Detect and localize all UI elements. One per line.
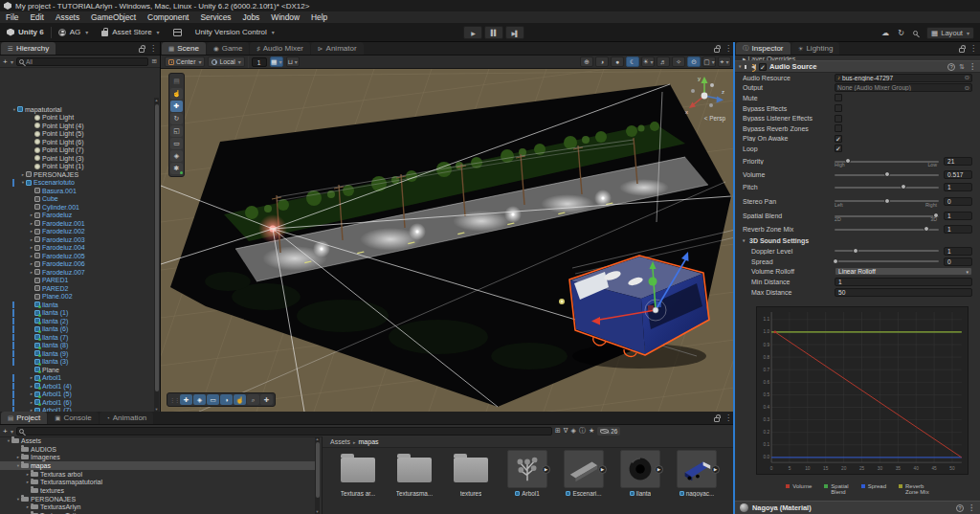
play-button[interactable]: ▶ [463, 26, 482, 39]
hierarchy-item[interactable]: Cube [0, 195, 153, 204]
field-3d-sound-settings[interactable]: ▾3D Sound Settings [735, 235, 980, 246]
tab-audio-mixer[interactable]: ♯Audio Mixer [250, 42, 310, 55]
field-output[interactable]: OutputNone (Audio Mixer Group)⊙ [735, 83, 980, 94]
hierarchy-item[interactable]: ▸Arbol1 (5) [0, 391, 153, 399]
field-pitch[interactable]: Pitch1 [735, 181, 980, 193]
field-stereo-pan[interactable]: Stereo PanLeftRight0 [735, 193, 980, 209]
tree-scrollbar[interactable]: ▲ ▼ [315, 436, 320, 514]
presets-icon[interactable]: ⇅ [959, 63, 965, 71]
asset-folder[interactable]: Texturasma... [393, 450, 435, 497]
field-mute[interactable]: Mute [735, 93, 980, 103]
search-icon[interactable] [913, 31, 918, 35]
hierarchy-item[interactable]: Point Light (5) [0, 130, 153, 139]
hierarchy-scrollbar[interactable]: ▲ ▼ [154, 98, 159, 412]
step-button[interactable]: ▶▌ [505, 26, 524, 39]
menu-services[interactable]: Services [194, 12, 236, 22]
bus-object[interactable] [569, 256, 709, 369]
hierarchy-item[interactable]: Point Light (1) [0, 163, 153, 171]
value-field[interactable]: 1 [944, 247, 972, 256]
field-play-on-awake[interactable]: Play On Awake✓ [735, 134, 980, 145]
asset-model[interactable]: ▶Arbol1 [506, 450, 548, 497]
slider-handle[interactable] [924, 226, 929, 232]
filter-by-label-icon[interactable]: ◈ [570, 427, 575, 435]
favorites-icon[interactable]: ★ [589, 427, 594, 435]
project-tree-item[interactable]: AUDIOS [0, 445, 316, 454]
dropdown[interactable]: Linear Rolloff▾ [835, 267, 972, 276]
hierarchy-item[interactable]: Plane.002 [0, 293, 153, 302]
hierarchy-item[interactable]: ▸Farodeluz.004 [0, 244, 153, 253]
object-picker-icon[interactable]: ⊙ [965, 84, 969, 92]
asset-model[interactable]: ▶Escenari... [563, 450, 605, 497]
hierarchy-item[interactable]: ▸Farodeluz.002 [0, 228, 153, 236]
material-menu-icon[interactable]: ⋮ [968, 504, 975, 512]
slider-handle[interactable] [853, 248, 858, 254]
menu-help[interactable]: Help [305, 12, 333, 22]
audio-source-header[interactable]: ▾ ✓ Audio Source ? ⇅ ⋮ [735, 60, 980, 73]
asset-folder[interactable]: Texturas ar... [337, 450, 379, 497]
tab-inspector[interactable]: ⓘInspector [736, 42, 791, 55]
hierarchy-item[interactable]: llanta [0, 301, 153, 309]
visibility-toggle[interactable]: ⊙ [687, 56, 701, 67]
field-loop[interactable]: Loop✓ [735, 144, 980, 154]
slider-handle[interactable] [884, 198, 890, 204]
text-field[interactable]: 50 [835, 288, 972, 297]
hierarchy-item[interactable]: ▾mapatutorial [0, 105, 153, 114]
checkbox[interactable] [835, 115, 842, 123]
asset-model[interactable]: ▶nagoyac... [676, 450, 718, 497]
perspective-label[interactable]: < Persp [704, 115, 725, 122]
field-audio-resource[interactable]: Audio Resource♪bus-engine-47297⊙ [735, 73, 980, 83]
field-min-distance[interactable]: Min Distance1 [735, 277, 980, 287]
value-field[interactable]: 1 [944, 212, 972, 220]
hierarchy-item[interactable]: Point Light [0, 114, 153, 123]
menu-component[interactable]: Component [142, 12, 194, 22]
project-search-input[interactable] [16, 427, 552, 436]
hierarchy-item[interactable]: llanta (3) [0, 358, 153, 367]
account-dropdown[interactable]: AG▾ [52, 23, 96, 41]
project-tree-item[interactable]: textures [0, 486, 316, 495]
overlay-search[interactable]: ⌕ [247, 394, 259, 405]
component-enabled-checkbox[interactable]: ✓ [759, 63, 767, 71]
slider-handle[interactable] [884, 171, 890, 177]
snap-increment-dropdown[interactable]: ⊔▾ [286, 56, 300, 67]
project-tree-item[interactable]: ▾mapas [0, 461, 316, 470]
project-tree-item[interactable]: ▸Texturas arbol [0, 470, 316, 479]
view-tool[interactable]: ☝ [170, 88, 183, 100]
tab-lighting[interactable]: ☀Lighting [791, 42, 840, 55]
effects-toggle[interactable]: ✧ [672, 56, 685, 67]
audio-toggle[interactable]: ♬ [657, 56, 670, 67]
hierarchy-item[interactable]: llanta (8) [0, 342, 153, 350]
field-reverb-zone-mix[interactable]: Reverb Zone Mix1 [735, 223, 980, 235]
custom-tool[interactable]: ✱ [170, 163, 183, 174]
move-tool[interactable]: ✚ [170, 101, 183, 112]
hierarchy-item[interactable]: ▸Arbol1 (4) [0, 382, 153, 391]
tab-animator[interactable]: ⊳Animator [311, 42, 364, 55]
tab-hierarchy[interactable]: ☰ Hierarchy [1, 42, 56, 55]
tab-animation[interactable]: ◔Animation [100, 412, 154, 424]
tool-handle-rotation-dropdown[interactable]: Local▾ [208, 56, 244, 67]
open-new-window-icon[interactable]: ⊞ [555, 427, 561, 435]
hierarchy-item[interactable]: ▸PERSONAJES [0, 170, 153, 179]
value-field[interactable]: 0 [944, 257, 972, 266]
version-control-dropdown[interactable]: Unity Version Control▾ [189, 23, 281, 41]
transform-tool[interactable]: ◈ [170, 150, 183, 162]
overlay-handle[interactable]: ▤ [170, 76, 183, 87]
hierarchy-item[interactable]: llanta (6) [0, 325, 153, 334]
hierarchy-item[interactable]: Point Light (7) [0, 146, 153, 155]
project-tree-item[interactable]: ▸Texturasmapatutorial [0, 478, 316, 486]
field-volume-rolloff[interactable]: Volume RolloffLinear Rolloff▾ [735, 266, 980, 277]
overlay-rect[interactable]: ▭ [207, 394, 219, 405]
package-manager-button[interactable] [167, 23, 189, 41]
hidden-count-badge[interactable]: 26 [597, 427, 620, 436]
overlay-hand[interactable]: ☝ [234, 394, 246, 405]
expand-asset-button[interactable]: ▶ [711, 465, 720, 474]
create-asset-button[interactable]: + ▾ [3, 427, 13, 436]
project-tree-item[interactable]: ▸Imagenes [0, 453, 316, 461]
field-bypass-listener-effects[interactable]: Bypass Listener Effects [735, 113, 980, 123]
camera-dropdown[interactable]: ▢▾ [702, 56, 716, 67]
hierarchy-item[interactable]: Basura.001 [0, 187, 153, 195]
hierarchy-item[interactable]: PARED1 [0, 277, 153, 285]
hierarchy-search-input[interactable]: All [16, 57, 149, 66]
hierarchy-item[interactable]: Point Light (6) [0, 138, 153, 146]
hierarchy-item[interactable]: ▸Farodeluz [0, 212, 153, 220]
hierarchy-item[interactable]: PARED2 [0, 284, 153, 293]
